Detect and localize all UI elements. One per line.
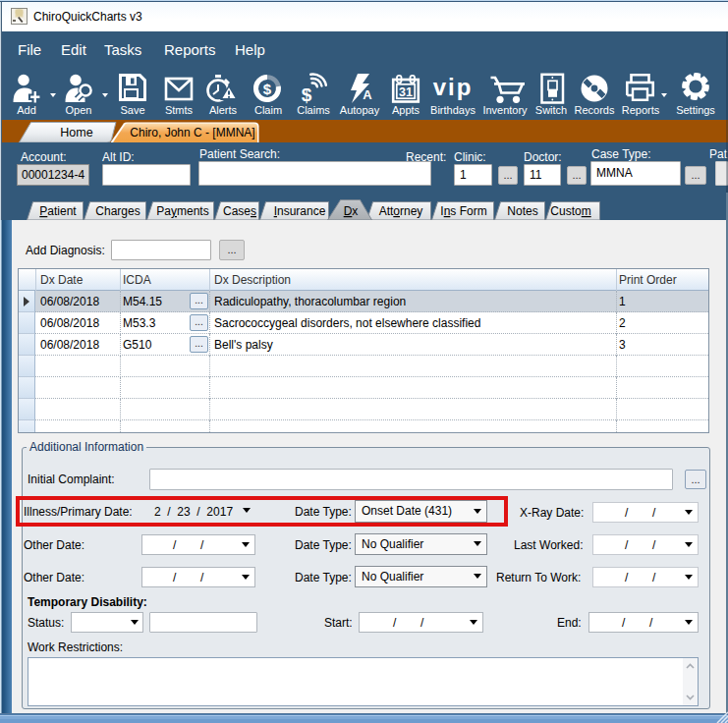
svg-text:Attorney: Attorney	[379, 204, 423, 218]
svg-text:vip: vip	[433, 74, 474, 100]
svg-text:Patient: Patient	[39, 204, 77, 218]
svg-text:Chiro, John C - [MMNA]: Chiro, John C - [MMNA]	[130, 126, 254, 139]
svg-text:Payments: Payments	[156, 204, 208, 218]
svg-text:Notes: Notes	[507, 204, 537, 218]
svg-text:$: $	[302, 84, 312, 105]
svg-text:Insurance: Insurance	[274, 204, 326, 218]
svg-text:Custom: Custom	[550, 204, 590, 218]
svg-text:31: 31	[399, 85, 413, 99]
svg-text:Charges: Charges	[95, 204, 140, 218]
svg-text:Cases: Cases	[223, 204, 256, 218]
svg-text:Dx: Dx	[344, 204, 359, 218]
svg-text:A: A	[363, 87, 372, 102]
svg-text:$: $	[263, 81, 272, 97]
svg-text:Ins Form: Ins Form	[440, 204, 486, 218]
svg-text:Home: Home	[60, 126, 92, 139]
